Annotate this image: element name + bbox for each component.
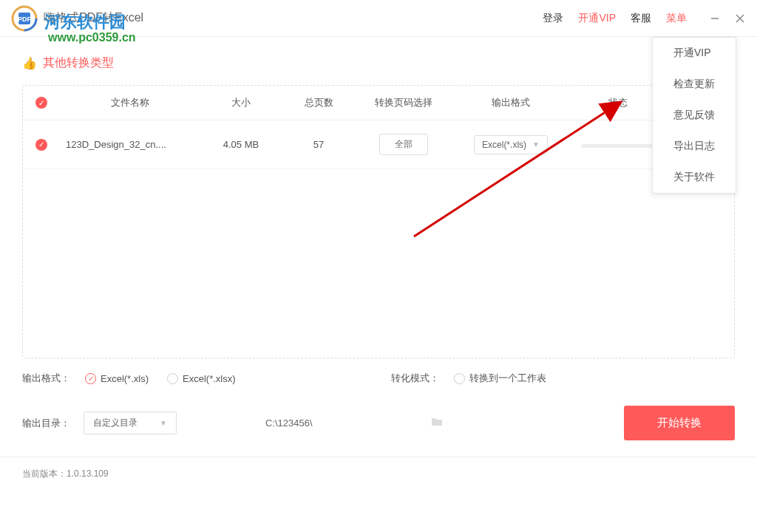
menu-item-vip[interactable]: 开通VIP	[653, 38, 736, 69]
radio-unchecked-icon	[454, 373, 465, 384]
file-size: 4.05 MB	[200, 139, 282, 150]
nav-menu[interactable]: 菜单	[666, 12, 687, 25]
table-row: ✓ 123D_Design_32_cn.... 4.05 MB 57 全部 Ex…	[23, 120, 734, 169]
chevron-down-icon: ▼	[532, 140, 540, 149]
chevron-down-icon: ▼	[160, 419, 167, 427]
menu-item-export-log[interactable]: 导出日志	[653, 131, 736, 162]
progress-bar	[581, 144, 655, 148]
thumb-icon: 👍	[22, 56, 37, 70]
format-select[interactable]: Excel(*.xls) ▼	[474, 135, 548, 154]
file-pages: 57	[282, 139, 356, 150]
output-dir-select[interactable]: 自定义目录 ▼	[84, 412, 177, 434]
close-button[interactable]	[734, 13, 746, 24]
menu-dropdown: 开通VIP 检查更新 意见反馈 导出日志 关于软件	[652, 37, 736, 194]
radio-single-sheet[interactable]: 转换到一个工作表	[454, 372, 546, 385]
minimize-button[interactable]	[709, 13, 721, 24]
app-logo-icon: PDF	[11, 5, 38, 32]
radio-checked-icon	[85, 373, 96, 384]
output-format-label: 输出格式：	[22, 372, 70, 385]
file-name: 123D_Design_32_cn....	[60, 139, 200, 150]
row-checkbox[interactable]: ✓	[35, 139, 47, 151]
radio-xls[interactable]: Excel(*.xls)	[85, 373, 149, 384]
watermark-url: www.pc0359.cn	[48, 31, 136, 44]
other-convert-types[interactable]: 👍 其他转换类型	[22, 55, 114, 71]
menu-item-check-update[interactable]: 检查更新	[653, 69, 736, 100]
app-title: 嗨格式PDF转Excel	[44, 10, 143, 26]
svg-text:PDF: PDF	[18, 16, 32, 23]
header-name: 文件名称	[60, 96, 200, 109]
header-pages: 总页数	[282, 96, 356, 109]
mode-label: 转化模式：	[391, 372, 439, 385]
nav-vip[interactable]: 开通VIP	[578, 12, 616, 25]
menu-item-about[interactable]: 关于软件	[653, 162, 736, 193]
radio-xlsx[interactable]: Excel(*.xlsx)	[167, 373, 236, 384]
radio-unchecked-icon	[167, 373, 178, 384]
footer-version: 当前版本：1.0.13.109	[0, 457, 757, 491]
header-range: 转换页码选择	[356, 96, 452, 109]
select-all-checkbox[interactable]: ✓	[35, 97, 47, 109]
header-format: 输出格式	[452, 96, 570, 109]
output-dir-label: 输出目录：	[22, 417, 70, 430]
menu-item-feedback[interactable]: 意见反馈	[653, 100, 736, 131]
output-path: C:\123456\	[265, 417, 313, 429]
page-range-button[interactable]: 全部	[379, 134, 428, 155]
table-header: ✓ 文件名称 大小 总页数 转换页码选择 输出格式 状态 移除	[23, 86, 734, 120]
nav-login[interactable]: 登录	[543, 12, 563, 25]
folder-icon[interactable]	[431, 417, 443, 429]
start-convert-button[interactable]: 开始转换	[624, 406, 735, 440]
header-size: 大小	[200, 96, 282, 109]
nav-service[interactable]: 客服	[631, 12, 651, 25]
